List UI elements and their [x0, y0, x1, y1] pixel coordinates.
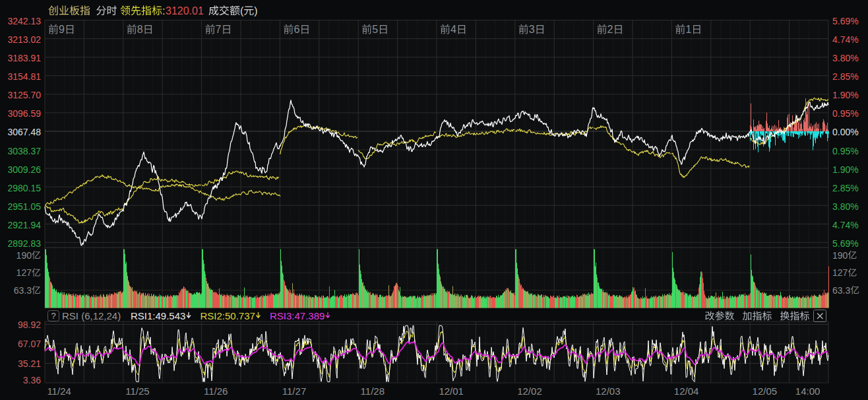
- svg-text:2.85%: 2.85%: [832, 71, 859, 82]
- svg-text:11/25: 11/25: [125, 385, 149, 397]
- svg-text:190: 190: [16, 250, 32, 261]
- svg-text:3096.59: 3096.59: [7, 108, 41, 119]
- svg-text:3067.48: 3067.48: [7, 127, 41, 137]
- svg-text:RSI (6,12,24): RSI (6,12,24): [62, 310, 121, 321]
- svg-text:1.90%: 1.90%: [832, 90, 859, 100]
- svg-text:5: 5: [372, 24, 378, 35]
- svg-text:3009.26: 3009.26: [7, 164, 41, 175]
- svg-text:3.36: 3.36: [23, 375, 41, 385]
- svg-text:63.3: 63.3: [14, 285, 32, 296]
- svg-text:127: 127: [16, 267, 32, 278]
- svg-text:11/27: 11/27: [282, 385, 306, 397]
- svg-text:3.80%: 3.80%: [832, 201, 859, 212]
- svg-text:2.85%: 2.85%: [832, 183, 859, 193]
- svg-text:0.95%: 0.95%: [832, 146, 859, 156]
- svg-text:3154.81: 3154.81: [7, 71, 41, 82]
- svg-text:35.21: 35.21: [18, 358, 41, 369]
- svg-text:3242.13: 3242.13: [7, 16, 41, 26]
- svg-text:0.00%: 0.00%: [832, 127, 859, 137]
- svg-text:12/01: 12/01: [439, 385, 464, 397]
- svg-text:12/02: 12/02: [517, 385, 542, 397]
- svg-text:4.74%: 4.74%: [832, 220, 859, 230]
- svg-text:11/26: 11/26: [204, 385, 228, 397]
- svg-text:9: 9: [59, 24, 65, 35]
- svg-text:5.69%: 5.69%: [832, 16, 859, 26]
- svg-text:4.74%: 4.74%: [832, 34, 859, 45]
- svg-text:3183.91: 3183.91: [7, 53, 41, 63]
- svg-text:2: 2: [607, 24, 613, 35]
- svg-text:3038.37: 3038.37: [7, 146, 41, 156]
- svg-text:RSI3:47.389: RSI3:47.389: [270, 310, 325, 321]
- svg-text:3.80%: 3.80%: [832, 53, 859, 63]
- svg-text:2892.83: 2892.83: [7, 238, 41, 249]
- svg-text:63.3: 63.3: [832, 285, 850, 296]
- svg-text:12/03: 12/03: [596, 385, 621, 397]
- svg-text:11/28: 11/28: [361, 385, 385, 397]
- svg-text:): ): [254, 5, 257, 17]
- svg-text:3120.01: 3120.01: [166, 5, 204, 17]
- svg-text:14:00: 14:00: [795, 385, 821, 397]
- svg-text:12/04: 12/04: [674, 385, 699, 397]
- svg-text:4: 4: [450, 24, 456, 35]
- svg-text:67.07: 67.07: [18, 339, 41, 349]
- svg-text:3213.02: 3213.02: [7, 34, 41, 45]
- svg-text:?: ?: [51, 311, 55, 321]
- svg-text:1: 1: [685, 24, 691, 35]
- svg-text::: :: [162, 5, 165, 17]
- svg-text:RSI1:49.543: RSI1:49.543: [131, 310, 185, 321]
- svg-text:127: 127: [832, 267, 848, 278]
- svg-text:11/24: 11/24: [47, 385, 71, 397]
- svg-text:1.90%: 1.90%: [832, 164, 859, 175]
- svg-text:6: 6: [294, 24, 299, 35]
- svg-text:2980.15: 2980.15: [7, 183, 41, 193]
- svg-text:7: 7: [216, 24, 222, 35]
- svg-text:3: 3: [529, 24, 535, 35]
- svg-text:2951.05: 2951.05: [7, 201, 41, 212]
- svg-text:98.92: 98.92: [18, 319, 41, 330]
- svg-text:190: 190: [832, 250, 848, 261]
- svg-text:8: 8: [137, 24, 143, 35]
- svg-text:(: (: [240, 5, 244, 17]
- svg-text:RSI2:50.737: RSI2:50.737: [201, 310, 255, 321]
- svg-text:3125.70: 3125.70: [7, 90, 41, 100]
- svg-text:2921.94: 2921.94: [7, 220, 41, 230]
- svg-text:12/05: 12/05: [753, 385, 778, 397]
- svg-text:0.95%: 0.95%: [832, 108, 859, 119]
- svg-text:5.69%: 5.69%: [832, 238, 859, 249]
